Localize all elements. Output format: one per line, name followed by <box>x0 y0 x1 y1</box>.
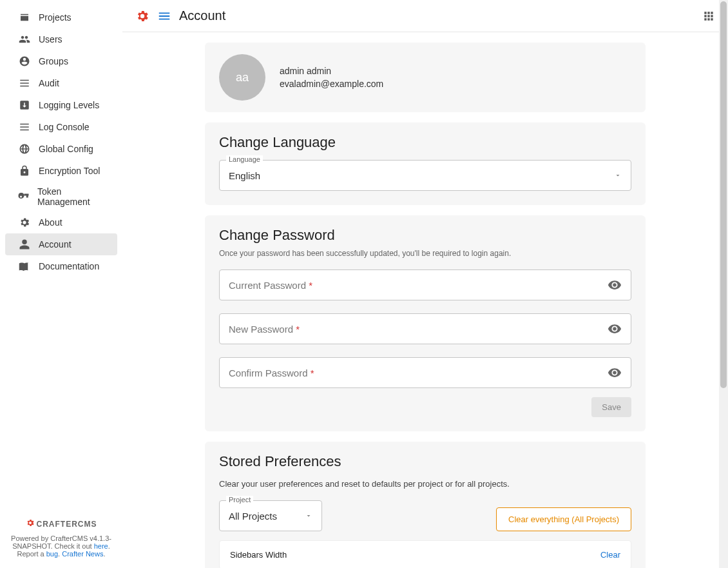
sidebar-item-encryption-tool[interactable]: Encryption Tool <box>5 160 117 182</box>
footer-link-bug[interactable]: bug <box>46 550 58 558</box>
key-icon <box>18 190 30 203</box>
project-value: All Projects <box>229 511 305 522</box>
clear-all-button[interactable]: Clear everything (All Projects) <box>496 507 631 531</box>
field-label: New Password * <box>229 324 608 335</box>
current-password-field[interactable]: Current Password * <box>219 269 631 300</box>
new-password-field[interactable]: New Password * <box>219 313 631 344</box>
section-subnote: Once your password has been successfully… <box>219 249 631 258</box>
sidebar: Projects Users Groups Audit Logging Leve… <box>0 0 122 568</box>
book-icon <box>18 260 31 273</box>
sidebar-item-label: Account <box>39 239 72 250</box>
projects-icon <box>18 11 31 24</box>
sidebar-item-label: Documentation <box>39 261 99 271</box>
brand-text: CRAFTERCMS <box>37 520 97 529</box>
page-title: Account <box>179 8 225 23</box>
hamburger-icon[interactable] <box>157 9 171 23</box>
lock-icon <box>18 164 31 177</box>
gear-icon <box>26 518 35 529</box>
visibility-icon[interactable] <box>608 278 622 292</box>
person-icon <box>18 238 31 251</box>
footer-link-news[interactable]: Crafter News <box>62 550 103 558</box>
sidebar-footer: CRAFTERCMS Powered by CrafterCMS v4.1.3-… <box>0 512 122 568</box>
sidebar-item-users[interactable]: Users <box>5 28 117 50</box>
pref-label: Sidebars Width <box>230 550 287 560</box>
sidebar-item-log-console[interactable]: Log Console <box>5 116 117 138</box>
sidebar-item-label: Token Management <box>37 186 107 207</box>
sidebar-item-projects[interactable]: Projects <box>5 6 117 28</box>
sidebar-item-label: Log Console <box>39 122 90 132</box>
sidebar-item-label: Projects <box>39 12 72 23</box>
sidebar-item-label: Encryption Tool <box>39 166 100 176</box>
change-language-section: Change Language Language English <box>205 122 646 205</box>
visibility-icon[interactable] <box>608 322 622 336</box>
sidebar-item-label: Users <box>39 34 62 44</box>
gear-icon <box>18 216 31 229</box>
sidebar-item-groups[interactable]: Groups <box>5 50 117 72</box>
groups-icon <box>18 55 31 68</box>
logging-icon <box>18 99 31 112</box>
save-button[interactable]: Save <box>591 397 631 417</box>
sidebar-item-label: Logging Levels <box>39 100 99 110</box>
clear-button[interactable]: Clear <box>600 550 620 560</box>
apps-grid-icon[interactable] <box>702 10 715 23</box>
topbar: Account <box>122 0 728 32</box>
section-description: Clear your user preferences and reset to… <box>219 479 631 489</box>
sidebar-item-global-config[interactable]: Global Config <box>5 138 117 160</box>
sidebar-item-about[interactable]: About <box>5 211 117 233</box>
globe-icon <box>18 142 31 155</box>
field-label: Language <box>226 155 263 163</box>
language-value: English <box>229 170 614 181</box>
pref-list-item: Sidebars Width Clear <box>219 540 631 568</box>
footer-link-here[interactable]: here <box>94 542 108 550</box>
sidebar-item-audit[interactable]: Audit <box>5 72 117 94</box>
stored-preferences-section: Stored Preferences Clear your user prefe… <box>205 442 646 568</box>
console-icon <box>18 121 31 133</box>
project-select[interactable]: Project All Projects <box>219 500 322 531</box>
confirm-password-field[interactable]: Confirm Password * <box>219 357 631 388</box>
footer-text: . <box>103 550 105 558</box>
avatar: aa <box>219 54 265 101</box>
sidebar-item-label: Global Config <box>39 144 93 154</box>
profile-card: aa admin admin evaladmin@example.com <box>205 43 646 112</box>
users-icon <box>18 33 31 46</box>
change-password-section: Change Password Once your password has b… <box>205 215 646 431</box>
sidebar-item-token-management[interactable]: Token Management <box>5 182 117 211</box>
profile-name: admin admin <box>280 64 383 77</box>
section-title: Stored Preferences <box>219 453 631 470</box>
sidebar-item-label: About <box>39 217 62 228</box>
chevron-down-icon <box>614 171 622 179</box>
brand-logo: CRAFTERCMS <box>10 518 112 529</box>
chevron-down-icon <box>305 512 312 520</box>
sidebar-item-label: Groups <box>39 56 68 66</box>
app-logo-icon <box>135 9 149 23</box>
field-label: Project <box>226 496 253 504</box>
audit-icon <box>18 77 31 90</box>
section-title: Change Language <box>219 134 631 151</box>
sidebar-item-logging-levels[interactable]: Logging Levels <box>5 94 117 116</box>
visibility-icon[interactable] <box>608 366 622 380</box>
field-label: Confirm Password * <box>229 367 608 378</box>
language-select[interactable]: Language English <box>219 160 631 191</box>
scrollbar[interactable] <box>719 0 728 568</box>
field-label: Current Password * <box>229 280 608 291</box>
sidebar-item-label: Audit <box>39 78 59 88</box>
sidebar-item-account[interactable]: Account <box>5 233 117 255</box>
profile-email: evaladmin@example.com <box>280 77 383 90</box>
sidebar-item-documentation[interactable]: Documentation <box>5 255 117 277</box>
scrollbar-thumb[interactable] <box>720 1 727 388</box>
section-title: Change Password <box>219 227 631 244</box>
